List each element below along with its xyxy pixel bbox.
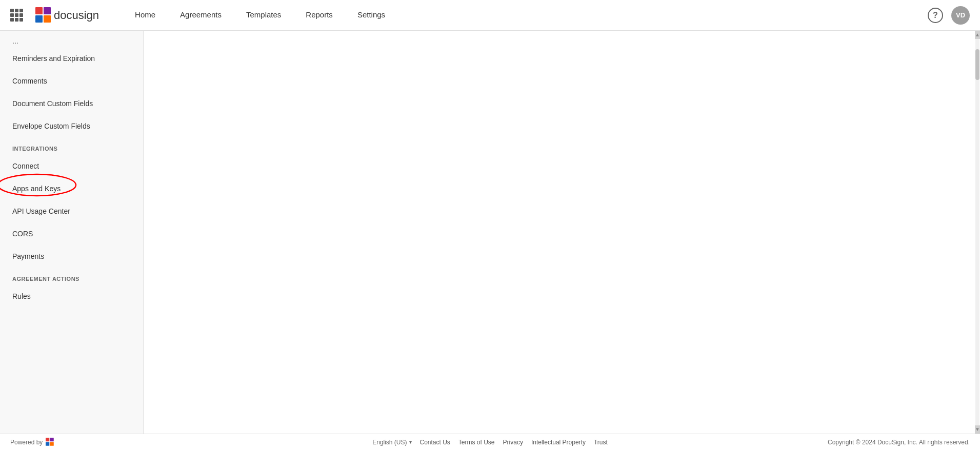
sidebar-item-api-usage-center[interactable]: API Usage Center xyxy=(0,200,143,222)
svg-rect-7 xyxy=(46,442,49,445)
footer-logo-icon xyxy=(46,438,55,447)
footer-copyright: Copyright © 2024 DocuSign, Inc. All righ… xyxy=(828,439,970,446)
sidebar-item-connect[interactable]: Connect xyxy=(0,155,143,177)
svg-rect-0 xyxy=(35,7,43,14)
docusign-logo-icon xyxy=(35,7,52,24)
footer-intellectual-property[interactable]: Intellectual Property xyxy=(531,439,586,446)
nav-links: Home Agreements Templates Reports Settin… xyxy=(123,0,397,31)
nav-agreements[interactable]: Agreements xyxy=(168,0,234,31)
main-content: ... Reminders and Expiration Comments Do… xyxy=(0,31,980,434)
sidebar-item-envelope-custom-fields[interactable]: Envelope Custom Fields xyxy=(0,115,143,137)
sidebar-item-partial[interactable]: ... xyxy=(0,35,143,47)
sidebar-item-rules[interactable]: Rules xyxy=(0,285,143,308)
svg-rect-5 xyxy=(46,438,49,441)
svg-rect-2 xyxy=(35,15,43,23)
footer-privacy[interactable]: Privacy xyxy=(503,439,523,446)
footer-terms-of-use[interactable]: Terms of Use xyxy=(458,439,495,446)
footer-powered-by: Powered by xyxy=(10,438,55,447)
apps-grid-icon[interactable] xyxy=(10,9,23,22)
sidebar-item-payments[interactable]: Payments xyxy=(0,245,143,268)
sidebar-item-reminders[interactable]: Reminders and Expiration xyxy=(0,47,143,70)
nav-reports[interactable]: Reports xyxy=(293,0,345,31)
logo[interactable]: docusign xyxy=(35,7,99,24)
footer: Powered by English (US) ▾ Contact Us Ter… xyxy=(0,434,980,450)
main-panel xyxy=(144,31,980,434)
avatar[interactable]: VD xyxy=(951,6,970,25)
sidebar: ... Reminders and Expiration Comments Do… xyxy=(0,31,144,434)
sidebar-item-apps-and-keys[interactable]: Apps and Keys xyxy=(0,177,143,200)
footer-contact-us[interactable]: Contact Us xyxy=(420,439,450,446)
sidebar-item-cors[interactable]: CORS xyxy=(0,222,143,245)
scroll-thumb[interactable] xyxy=(975,49,979,80)
apps-and-keys-label: Apps and Keys xyxy=(12,185,61,193)
scroll-down-arrow[interactable]: ▼ xyxy=(975,425,980,434)
logo-text: docusign xyxy=(54,9,99,22)
footer-links: English (US) ▾ Contact Us Terms of Use P… xyxy=(372,439,608,446)
svg-rect-1 xyxy=(44,7,51,14)
sidebar-item-document-custom-fields[interactable]: Document Custom Fields xyxy=(0,92,143,115)
chevron-down-icon: ▾ xyxy=(409,439,412,445)
footer-language-selector[interactable]: English (US) ▾ xyxy=(372,439,411,446)
scroll-up-arrow[interactable]: ▲ xyxy=(975,31,980,39)
svg-rect-8 xyxy=(50,442,54,445)
docusign-small-logo xyxy=(46,438,55,447)
sidebar-item-comments[interactable]: Comments xyxy=(0,70,143,92)
vertical-scrollbar[interactable]: ▲ ▼ xyxy=(975,31,980,434)
agreement-actions-section-label: AGREEMENT ACTIONS xyxy=(0,268,143,285)
footer-trust[interactable]: Trust xyxy=(594,439,608,446)
integrations-section-label: INTEGRATIONS xyxy=(0,137,143,155)
nav-settings[interactable]: Settings xyxy=(345,0,397,31)
nav-templates[interactable]: Templates xyxy=(234,0,293,31)
svg-rect-6 xyxy=(50,438,54,441)
svg-rect-3 xyxy=(44,15,51,23)
nav-home[interactable]: Home xyxy=(123,0,168,31)
powered-by-text: Powered by xyxy=(10,439,43,446)
help-icon[interactable]: ? xyxy=(928,8,943,23)
top-navigation: docusign Home Agreements Templates Repor… xyxy=(0,0,980,31)
scroll-track xyxy=(975,39,979,425)
